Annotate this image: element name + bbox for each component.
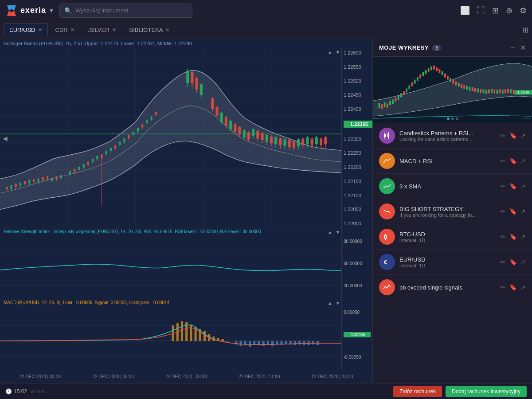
svg-rect-25 <box>15 184 17 187</box>
sidebar-minimize-icon[interactable]: − <box>511 43 515 52</box>
sidebar-header: MOJE WYKRESY 8 − ✕ <box>373 39 532 57</box>
chart-item-3xsma[interactable]: 3 x SMA ✏ 🔖 ↗ <box>373 174 532 199</box>
macd-rsi-edit-icon[interactable]: ✏ <box>501 157 506 164</box>
macd-rsi-save-icon[interactable]: 🔖 <box>509 157 517 164</box>
svg-rect-203 <box>411 82 413 86</box>
bollinger-info-text: Bollinger Bands (EUR/USD, 15, 2.5): Uppe… <box>4 41 192 46</box>
rsi-y-axis: 80.00000 60.00000 40.00000 <box>341 228 372 299</box>
window-icon[interactable]: ⬜ <box>460 6 470 16</box>
svg-rect-226 <box>474 88 476 92</box>
svg-marker-0 <box>7 5 16 11</box>
svg-rect-29 <box>24 181 26 184</box>
bb-signals-edit-icon[interactable]: ✏ <box>501 284 506 291</box>
chart-item-eur-usd[interactable]: € EUR/USD interwał: 1D ✏ 🔖 ↗ <box>373 250 532 275</box>
settings-icon[interactable]: ⚙ <box>520 6 527 16</box>
tab-eurusd-close[interactable]: ✕ <box>38 27 42 33</box>
pane-up-icon[interactable]: ▲ <box>327 49 332 55</box>
svg-rect-231 <box>488 90 490 94</box>
sidebar-title: MOJE WYKRESY <box>379 44 429 51</box>
svg-rect-210 <box>430 66 432 70</box>
bb-signals-share-icon[interactable]: ↗ <box>520 284 526 291</box>
3xsma-share-icon[interactable]: ↗ <box>520 183 526 190</box>
expand-left-button[interactable]: ◀ <box>3 135 8 142</box>
avatar-candlestick <box>379 128 395 144</box>
svg-rect-239 <box>510 90 512 94</box>
add-icon[interactable]: ⊕ <box>506 6 512 16</box>
svg-rect-113 <box>252 129 254 136</box>
svg-rect-245 <box>387 133 389 137</box>
tab-eurusd[interactable]: EUR/USD ✕ <box>4 23 48 36</box>
btc-usd-save-icon[interactable]: 🔖 <box>509 233 517 240</box>
rsi-up-icon[interactable]: ▲ <box>327 229 332 235</box>
tab-biblioteka[interactable]: BIBLIOTEKA ✕ <box>124 23 176 36</box>
time-axis: 22 DEC 2020 | 03:30 22 DEC 2020 | 06:00 … <box>0 370 372 383</box>
pane-down-icon[interactable]: ▼ <box>335 49 340 55</box>
big-short-edit-icon[interactable]: ✏ <box>501 208 506 215</box>
chart-thumbnail: 1.2248 <box>373 57 532 123</box>
thumb-dot-2[interactable] <box>451 117 454 120</box>
bb-signals-info: bb exceed single signals <box>399 284 496 291</box>
pane-controls: ▲ ▼ <box>327 49 340 55</box>
search-input[interactable] <box>75 7 188 14</box>
thumb-dot-3[interactable] <box>456 117 458 120</box>
svg-rect-192 <box>381 104 383 109</box>
btc-usd-share-icon[interactable]: ↗ <box>520 233 526 240</box>
svg-rect-131 <box>293 141 295 148</box>
svg-rect-127 <box>283 139 286 146</box>
add-invest-account-button[interactable]: Dodaj rachunek inwestycyjny <box>446 386 527 397</box>
chart-item-bb-signals[interactable]: bb exceed single signals ✏ 🔖 ↗ <box>373 275 532 300</box>
chart-item-btc-usd[interactable]: ₿ BTC-USD interwał: 1D ✏ 🔖 ↗ <box>373 224 532 250</box>
big-short-save-icon[interactable]: 🔖 <box>509 208 517 215</box>
svg-rect-35 <box>38 179 39 182</box>
svg-rect-219 <box>455 82 457 86</box>
thumb-dot-1[interactable] <box>447 117 450 120</box>
3xsma-edit-icon[interactable]: ✏ <box>501 183 506 190</box>
bb-signals-save-icon[interactable]: 🔖 <box>509 284 517 291</box>
tab-silver[interactable]: .SILVER ✕ <box>82 23 122 36</box>
svg-rect-129 <box>288 140 291 147</box>
macd-down-icon[interactable]: ▼ <box>335 300 340 306</box>
avatar-bb-signals <box>379 279 395 295</box>
chart-item-big-short[interactable]: BIG SHORT STRATEGY If you are looking fo… <box>373 199 532 224</box>
svg-rect-89 <box>191 72 193 83</box>
eur-usd-edit-icon[interactable]: ✏ <box>501 258 506 266</box>
3xsma-save-icon[interactable]: 🔖 <box>509 183 517 190</box>
tab-grid-button[interactable]: ⊞ <box>523 26 528 34</box>
svg-rect-185 <box>312 341 314 344</box>
sidebar-close-icon[interactable]: ✕ <box>520 43 526 52</box>
search-bar[interactable]: 🔍 <box>59 4 192 18</box>
candlestick-edit-icon[interactable]: ✏ <box>501 132 506 139</box>
btc-usd-edit-icon[interactable]: ✏ <box>501 233 506 240</box>
fullscreen-icon[interactable]: ⛶ <box>477 6 485 15</box>
thumbnail-dots <box>447 117 458 120</box>
svg-rect-207 <box>422 72 424 76</box>
eur-usd-save-icon[interactable]: 🔖 <box>509 258 517 266</box>
chart-item-candlestick[interactable]: Candlestick Patterns + RSI... Looking fo… <box>373 123 532 149</box>
macd-up-icon[interactable]: ▲ <box>327 300 332 306</box>
macd-chart-svg <box>0 312 341 370</box>
svg-text:₿: ₿ <box>384 234 387 240</box>
thumb-more-icon[interactable]: • • • <box>523 116 530 121</box>
svg-rect-83 <box>151 117 153 120</box>
svg-rect-133 <box>297 139 300 146</box>
tab-cdr-close[interactable]: ✕ <box>70 27 74 33</box>
rsi-down-icon[interactable]: ▼ <box>335 229 340 235</box>
create-account-button[interactable]: Załóż rachunek <box>393 386 442 397</box>
eur-usd-share-icon[interactable]: ↗ <box>520 258 526 266</box>
time-display: 15:02 <box>14 388 27 395</box>
chart-item-macd-rsi[interactable]: MACD + RSI ✏ 🔖 ↗ <box>373 149 532 174</box>
macd-rsi-share-icon[interactable]: ↗ <box>520 157 526 164</box>
big-short-share-icon[interactable]: ↗ <box>520 208 526 215</box>
tab-cdr[interactable]: CDR ✕ <box>50 23 80 36</box>
tab-biblioteka-close[interactable]: ✕ <box>165 27 169 33</box>
macd-info-text: MACD (EUR/USD, 12, 26, 9): Linia: -0.000… <box>4 300 169 305</box>
app-name: exeria <box>20 6 46 15</box>
candlestick-save-icon[interactable]: 🔖 <box>509 132 517 139</box>
svg-rect-69 <box>119 142 121 145</box>
tab-silver-close[interactable]: ✕ <box>112 27 116 33</box>
svg-rect-121 <box>270 137 273 144</box>
grid-icon[interactable]: ⊞ <box>492 6 499 16</box>
sidebar: MOJE WYKRESY 8 − ✕ 1.2248 <box>372 39 532 383</box>
candlestick-share-icon[interactable]: ↗ <box>520 132 526 139</box>
dropdown-icon[interactable]: ▼ <box>49 8 54 14</box>
